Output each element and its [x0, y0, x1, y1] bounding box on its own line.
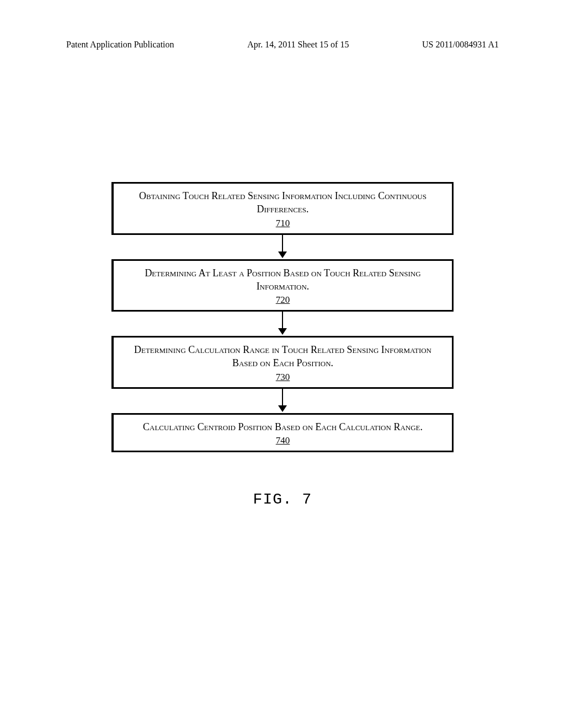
- flow-arrow: [111, 312, 454, 336]
- flow-step-number: 740: [276, 435, 290, 447]
- flow-step-number: 730: [276, 371, 290, 384]
- flow-step-text: Obtaining Touch Related Sensing Informat…: [124, 189, 442, 216]
- flow-arrow: [111, 389, 454, 413]
- flow-step-730: Determining Calculation Range in Touch R…: [111, 336, 454, 389]
- flow-step-720: Determining At Least a Position Based on…: [111, 259, 454, 312]
- flow-step-number: 710: [276, 217, 290, 230]
- header-publication-type: Patent Application Publication: [66, 40, 174, 50]
- figure-label: FIG. 7: [253, 491, 312, 508]
- arrow-line-icon: [282, 312, 283, 329]
- header-date-sheet: Apr. 14, 2011 Sheet 15 of 15: [247, 40, 349, 50]
- flow-step-text: Calculating Centroid Position Based on E…: [124, 420, 442, 433]
- flow-step-text: Determining Calculation Range in Touch R…: [124, 343, 442, 370]
- header-publication-number: US 2011/0084931 A1: [422, 40, 499, 50]
- arrow-head-icon: [278, 328, 287, 335]
- flow-step-text: Determining At Least a Position Based on…: [124, 266, 442, 293]
- arrow-head-icon: [278, 405, 287, 412]
- arrow-line-icon: [282, 389, 283, 406]
- arrow-head-icon: [278, 251, 287, 258]
- page-header: Patent Application Publication Apr. 14, …: [0, 40, 565, 50]
- flow-step-number: 720: [276, 294, 290, 307]
- flow-step-740: Calculating Centroid Position Based on E…: [111, 413, 454, 452]
- arrow-line-icon: [282, 235, 283, 253]
- flow-arrow: [111, 235, 454, 259]
- flowchart: Obtaining Touch Related Sensing Informat…: [111, 182, 454, 452]
- flow-step-710: Obtaining Touch Related Sensing Informat…: [111, 182, 454, 235]
